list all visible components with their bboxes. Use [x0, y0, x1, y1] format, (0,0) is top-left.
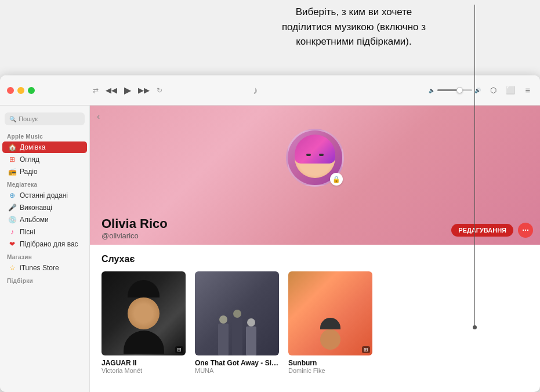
memoji-eye-right	[319, 154, 324, 156]
figure-head-1	[219, 315, 227, 324]
album-sunburn-person	[310, 318, 351, 350]
album-item-jaguar-ii[interactable]: ⊞ JAGUAR II Victoria Monét	[102, 271, 186, 374]
memoji-hair	[295, 135, 335, 164]
artists-icon: 🎤	[8, 204, 16, 212]
search-icon: 🔍	[9, 116, 16, 122]
apple-logo-icon	[277, 85, 288, 96]
profile-handle: @oliviarico	[102, 231, 168, 240]
sidebar-item-songs[interactable]: ♪ Пісні	[2, 226, 87, 238]
album-head-1	[128, 297, 160, 329]
album-artist-jaguar-ii: Victoria Monét	[102, 367, 186, 374]
figure-body-3	[246, 326, 256, 355]
sidebar-item-recently-added[interactable]: ⊕ Останні додані	[2, 190, 87, 201]
sidebar-item-artists-label: Виконавці	[20, 204, 52, 212]
more-button[interactable]: ···	[518, 223, 533, 238]
sidebar-item-radio[interactable]: 📻 Радіо	[2, 166, 87, 177]
edit-button[interactable]: РЕДАГУВАННЯ	[451, 224, 513, 237]
volume-track	[437, 89, 472, 91]
sidebar-item-browse-label: Огляд	[20, 155, 39, 164]
album-hair-1	[128, 280, 160, 297]
profile-avatar-wrapper: 🔒	[286, 129, 344, 187]
album-badge-1: ⊞	[175, 346, 183, 353]
profile-name: Olivia Rico	[102, 216, 168, 231]
sidebar-item-recently-added-label: Останні додані	[20, 191, 68, 199]
sidebar-item-browse[interactable]: ⊞ Огляд	[2, 154, 87, 165]
sidebar-item-albums[interactable]: 💿 Альбоми	[2, 214, 87, 226]
person-head	[320, 329, 340, 350]
album-item-one-that-got-away[interactable]: One That Got Away - Single MUNA	[195, 271, 279, 374]
sidebar: 🔍 Пошук Apple Music 🏠 Домівка ⊞ Огляд 📻 …	[0, 106, 90, 392]
profile-banner: 🔒 Olivia Rico @oliviarico РЕДАГУВАННЯ ··…	[90, 106, 540, 245]
back-button[interactable]: ‹	[97, 111, 100, 122]
volume-control[interactable]: 🔈 🔊	[429, 88, 481, 93]
album-cover-sunburn: ⊞	[288, 271, 372, 355]
album-cover-one-that-got-away	[195, 271, 279, 355]
right-controls: 🔈 🔊 ⬡ ⬜ ≡	[429, 85, 533, 96]
album-title-one-that-got-away: One That Got Away - Single	[195, 359, 279, 367]
album-title-jaguar-ii: JAGUAR II	[102, 359, 186, 367]
album-cover-jaguar-ii: ⊞	[102, 271, 186, 355]
close-button[interactable]	[7, 87, 14, 94]
album-artwork-face-1	[121, 292, 167, 350]
main-area: 🔍 Пошук Apple Music 🏠 Домівка ⊞ Огляд 📻 …	[0, 106, 540, 392]
sidebar-item-songs-label: Пісні	[20, 228, 35, 236]
next-button[interactable]: ▶▶	[138, 86, 150, 95]
titlebar: ⇄ ◀◀ ▶ ▶▶ ↻ ♪ 🔈 🔊 ⬡ ⬜	[0, 75, 540, 106]
grid-icon: ⊞	[8, 155, 16, 164]
band-figures	[218, 310, 256, 355]
sidebar-item-radio-label: Радіо	[20, 168, 38, 176]
maximize-button[interactable]	[28, 87, 35, 94]
volume-knob	[456, 87, 463, 93]
profile-actions: РЕДАГУВАННЯ ···	[451, 223, 533, 238]
profile-info: Olivia Rico @oliviarico	[102, 216, 168, 240]
queue-button[interactable]: ≡	[523, 85, 533, 96]
content-area: ‹	[90, 106, 540, 392]
albums-row: ⊞ JAGUAR II Victoria Monét	[102, 271, 528, 374]
made-for-you-icon: ❤	[8, 240, 16, 248]
sidebar-item-home-label: Домівка	[20, 143, 45, 151]
annotation-overlay: Виберіть, з ким ви хочете поділитися муз…	[0, 0, 540, 75]
figure-head-3	[247, 318, 255, 326]
svg-text:♪: ♪	[253, 85, 258, 96]
figure-head-2	[233, 310, 241, 318]
home-icon: 🏠	[8, 143, 16, 151]
shuffle-button[interactable]: ⇄	[93, 86, 99, 95]
sidebar-section-library: Медіатека	[0, 178, 89, 189]
sidebar-item-home[interactable]: 🏠 Домівка	[2, 141, 87, 153]
previous-button[interactable]: ◀◀	[106, 86, 117, 95]
sidebar-item-itunes-store[interactable]: ☆ iTunes Store	[2, 262, 87, 274]
recently-added-icon: ⊕	[8, 191, 16, 199]
sidebar-section-playlists: Підбірки	[0, 274, 89, 285]
album-artist-sunburn: Dominic Fike	[288, 367, 372, 374]
minimize-button[interactable]	[17, 87, 24, 94]
repeat-button[interactable]: ↻	[157, 86, 162, 95]
transport-controls: ⇄ ◀◀ ▶ ▶▶ ↻	[93, 85, 162, 96]
play-button[interactable]: ▶	[124, 85, 131, 96]
memoji-eyes	[306, 154, 324, 156]
center-controls: ♪	[253, 84, 288, 97]
lock-badge: 🔒	[330, 173, 343, 186]
figure-body-2	[232, 318, 242, 355]
listens-section-title: Слухає	[102, 254, 528, 264]
music-note-icon: ♪	[253, 84, 266, 97]
sidebar-section-store: Магазин	[0, 251, 89, 262]
albums-icon: 💿	[8, 216, 16, 224]
album-title-sunburn: Sunburn	[288, 359, 372, 367]
sidebar-item-artists[interactable]: 🎤 Виконавці	[2, 202, 87, 213]
search-placeholder: Пошук	[19, 115, 38, 122]
search-box[interactable]: 🔍 Пошук	[5, 112, 85, 125]
figure-1	[218, 315, 229, 355]
album-item-sunburn[interactable]: ⊞ Sunburn Dominic Fike	[288, 271, 372, 374]
star-icon: ☆	[8, 264, 16, 272]
traffic-lights	[0, 87, 35, 94]
airplay-button[interactable]: ⬡	[488, 85, 498, 96]
figure-2	[232, 310, 242, 355]
sidebar-item-itunes-store-label: iTunes Store	[20, 264, 59, 272]
songs-icon: ♪	[8, 228, 16, 236]
sidebar-section-apple-music: Apple Music	[0, 130, 89, 141]
lyrics-button[interactable]: ⬜	[505, 85, 516, 96]
volume-fill	[437, 89, 458, 91]
sidebar-item-made-for-you[interactable]: ❤ Підібрано для вас	[2, 238, 87, 250]
listens-section: Слухає ⊞ JAGUAR II Vict	[90, 245, 540, 383]
radio-icon: 📻	[8, 168, 16, 176]
